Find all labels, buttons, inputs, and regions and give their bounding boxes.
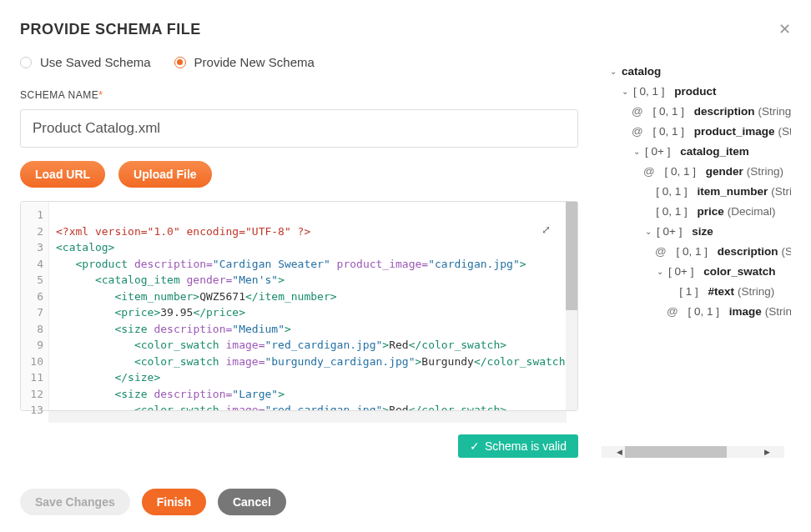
attribute-icon: @: [655, 242, 667, 262]
save-changes-button[interactable]: Save Changes: [20, 489, 130, 515]
valid-text: Schema is valid: [485, 439, 567, 453]
tree-node[interactable]: ⌄[ 0+ ] catalog_item: [608, 142, 791, 162]
tree-node[interactable]: ⌄catalog: [608, 62, 791, 82]
left-panel: Use Saved Schema Provide New Schema SCHE…: [20, 55, 578, 458]
footer-buttons: Save Changes Finish Cancel: [20, 489, 286, 515]
load-url-button[interactable]: Load URL: [20, 161, 105, 188]
expand-icon[interactable]: ⤢: [542, 222, 551, 238]
cancel-button[interactable]: Cancel: [218, 489, 286, 515]
tree-node[interactable]: ⌄[ 0+ ] size: [608, 222, 791, 242]
schema-tree-panel: ⌄catalog ⌄[ 0, 1 ] product @ [ 0, 1 ] de…: [595, 55, 791, 458]
schema-name-label: SCHEMA NAME*: [20, 89, 578, 101]
attribute-icon: @: [632, 102, 643, 122]
code-editor[interactable]: 12345678910111213 <?xml version="1.0" en…: [20, 201, 578, 411]
tree-node[interactable]: [ 0, 1 ] item_number (String): [608, 182, 791, 202]
chevron-down-icon[interactable]: ⌄: [608, 62, 618, 82]
vertical-scrollbar[interactable]: [566, 202, 577, 410]
scroll-right-icon[interactable]: ▶: [761, 446, 773, 458]
attribute-icon: @: [643, 162, 655, 182]
horizontal-scrollbar[interactable]: [48, 411, 567, 423]
radio-label: Use Saved Schema: [40, 55, 151, 69]
tree-node[interactable]: ⌄[ 0, 1 ] product: [608, 82, 791, 102]
schema-source-radio-group: Use Saved Schema Provide New Schema: [20, 55, 578, 69]
radio-icon: [20, 57, 32, 68]
tree-node[interactable]: ⌄[ 0+ ] color_swatch: [608, 262, 791, 282]
code-body[interactable]: <?xml version="1.0" encoding="UTF-8" ?> …: [49, 202, 566, 410]
radio-provide-new[interactable]: Provide New Schema: [174, 55, 315, 69]
chevron-down-icon[interactable]: ⌄: [643, 222, 653, 242]
check-icon: ✓: [470, 439, 480, 453]
schema-name-input[interactable]: [20, 109, 578, 148]
line-gutter: 12345678910111213: [21, 202, 49, 410]
radio-use-saved[interactable]: Use Saved Schema: [20, 55, 151, 69]
radio-icon: [174, 57, 186, 68]
tree-node[interactable]: @ [ 0, 1 ] image (String): [608, 302, 791, 322]
attribute-icon: @: [632, 122, 643, 142]
tree-node[interactable]: [ 0, 1 ] price (Decimal): [608, 202, 791, 222]
code-line: <?xml version="1.0" encoding="UTF-8" ?>: [56, 225, 310, 238]
tree-node[interactable]: @ [ 0, 1 ] description (String): [608, 102, 791, 122]
tree-node[interactable]: @ [ 0, 1 ] gender (String): [608, 162, 791, 182]
scroll-left-icon[interactable]: ◀: [613, 446, 625, 458]
tree-node[interactable]: [ 1 ] #text (String): [608, 282, 791, 302]
code-line: <catalog>: [56, 241, 114, 253]
dialog-title: PROVIDE SCHEMA FILE: [20, 21, 201, 38]
chevron-down-icon[interactable]: ⌄: [655, 262, 665, 282]
schema-tree[interactable]: ⌄catalog ⌄[ 0, 1 ] product @ [ 0, 1 ] de…: [595, 62, 791, 412]
tree-horizontal-scrollbar[interactable]: ◀ ▶: [602, 446, 784, 458]
chevron-down-icon[interactable]: ⌄: [620, 82, 630, 102]
chevron-down-icon[interactable]: ⌄: [632, 142, 642, 162]
tree-node[interactable]: @ [ 0, 1 ] description (String): [608, 242, 791, 262]
attribute-icon: @: [667, 302, 678, 322]
finish-button[interactable]: Finish: [142, 489, 206, 515]
upload-file-button[interactable]: Upload File: [118, 161, 211, 188]
tree-node[interactable]: @ [ 0, 1 ] product_image (String: [608, 122, 791, 142]
close-icon[interactable]: ✕: [778, 20, 791, 38]
schema-valid-badge: ✓ Schema is valid: [458, 434, 578, 458]
radio-label: Provide New Schema: [194, 55, 315, 69]
